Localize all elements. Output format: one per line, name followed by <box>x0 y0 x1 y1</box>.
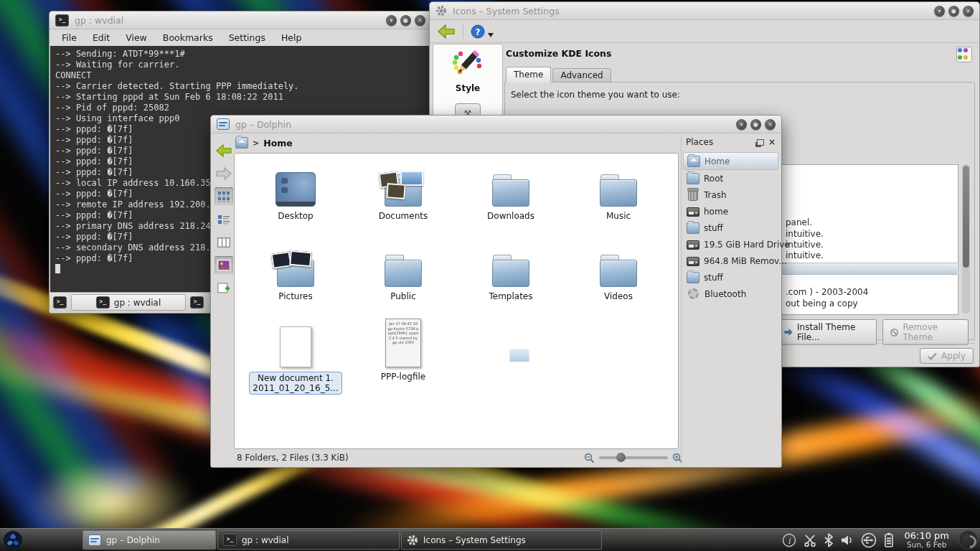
konsole-title: gp : wvdial <box>75 15 123 26</box>
panel-cashew-icon[interactable] <box>958 530 978 550</box>
theme-list-fragment: intuitive. <box>786 229 824 239</box>
dolphin-icon <box>217 118 230 130</box>
places-item-trash[interactable]: Trash <box>683 187 778 203</box>
places-item-home[interactable]: Home <box>683 152 778 170</box>
clipboard-scissors-icon[interactable] <box>803 533 817 547</box>
digital-clock[interactable]: 06:10 pm Sun, 6 Feb <box>904 531 949 550</box>
task-label: gp : wvdial <box>242 535 288 545</box>
maximize-button[interactable]: ● <box>400 15 411 26</box>
file-item-templates[interactable]: Templates <box>457 240 565 320</box>
folder-icon <box>385 260 422 287</box>
menu-view[interactable]: View <box>119 32 154 44</box>
file-item-pictures[interactable]: Pictures <box>242 240 349 320</box>
bluetooth-icon[interactable] <box>824 533 834 547</box>
apply-button[interactable]: Apply <box>920 348 974 364</box>
menu-settings[interactable]: Settings <box>222 32 272 44</box>
menu-edit[interactable]: Edit <box>86 32 116 44</box>
sidebar-item-style[interactable]: Style <box>433 44 502 93</box>
dolphin-titlebar[interactable]: gp – Dolphin ▾ ● ✕ <box>211 116 781 133</box>
task-button-system-settings[interactable]: Icons – System Settings <box>401 530 602 550</box>
menu-bookmarks[interactable]: Bookmarks <box>156 32 220 44</box>
places-item-hard-drive[interactable]: 19.5 GiB Hard Drive <box>683 236 778 253</box>
file-label-line: 2011_01_20_16_5... <box>253 383 338 393</box>
tab-advanced[interactable]: Advanced <box>552 68 611 83</box>
breadcrumb[interactable]: > Home <box>235 135 293 151</box>
places-item-label: stuff <box>704 223 723 233</box>
places-item-bluetooth[interactable]: Bluetooth <box>683 286 778 302</box>
menu-file[interactable]: File <box>55 32 83 44</box>
task-button-dolphin[interactable]: gp – Dolphin <box>83 530 216 550</box>
scrollbar[interactable] <box>962 164 970 314</box>
menu-help[interactable]: Help <box>275 32 308 44</box>
file-item-music[interactable]: Music <box>565 159 672 240</box>
close-button[interactable]: ✕ <box>415 15 425 26</box>
import-arrow-icon <box>784 328 793 336</box>
system-settings-titlebar[interactable]: Icons – System Settings ▾ ● ✕ <box>430 2 979 20</box>
system-tray: i <box>782 530 978 550</box>
preview-button[interactable] <box>215 256 233 274</box>
file-item-videos[interactable]: Videos <box>565 240 672 320</box>
details-view-button[interactable] <box>215 210 233 228</box>
file-item-new-document[interactable]: New document 1. 2011_01_20_16_5... <box>242 320 349 400</box>
konsole-tab[interactable]: >_ gp : wvdial <box>71 294 186 311</box>
maximize-button[interactable]: ● <box>948 6 959 17</box>
help-icon[interactable]: ? <box>471 24 485 39</box>
info-icon[interactable]: i <box>782 533 796 547</box>
theme-tabs: Theme Advanced <box>506 67 611 83</box>
columns-view-button[interactable] <box>215 233 233 251</box>
places-item-root[interactable]: Root <box>683 170 778 187</box>
minimize-button[interactable]: ▾ <box>736 119 747 130</box>
back-button[interactable] <box>437 24 456 39</box>
app-launcher-icon[interactable] <box>2 530 24 550</box>
places-item-home-partition[interactable]: home <box>683 203 778 220</box>
terminal-cursor <box>55 264 60 273</box>
close-button[interactable]: ✕ <box>963 6 974 17</box>
chevron-down-icon[interactable] <box>488 33 494 37</box>
minimize-button[interactable]: ▾ <box>386 15 397 26</box>
volume-icon[interactable] <box>840 534 854 547</box>
terminal-line: --> Starting pppd at Sun Feb 6 18:08:22 … <box>55 92 425 103</box>
places-item-label: Home <box>705 156 730 166</box>
float-panel-icon[interactable] <box>757 139 764 146</box>
places-item-stuff-2[interactable]: stuff <box>683 269 778 286</box>
install-theme-label: Install Theme File... <box>797 322 869 342</box>
file-item-documents[interactable]: Documents <box>349 159 457 240</box>
breadcrumb-home[interactable]: Home <box>263 138 293 149</box>
install-theme-button[interactable]: Install Theme File... <box>776 319 877 345</box>
device-notifier-usb-icon[interactable] <box>861 532 877 548</box>
maximize-button[interactable]: ● <box>750 119 761 130</box>
task-button-wvdial[interactable]: >_ gp : wvdial <box>217 530 400 550</box>
folder-view[interactable]: Desktop Documents Downloads Music <box>234 153 679 449</box>
file-item-downloads[interactable]: Downloads <box>457 159 565 240</box>
minimize-button[interactable]: ▾ <box>934 6 945 17</box>
file-item-desktop[interactable]: Desktop <box>242 159 349 240</box>
back-button[interactable] <box>215 141 233 159</box>
zoom-slider[interactable] <box>599 456 668 459</box>
breadcrumb-separator: > <box>253 138 259 148</box>
places-item-stuff[interactable]: stuff <box>683 220 778 236</box>
forward-button[interactable] <box>215 164 233 182</box>
close-button[interactable]: ✕ <box>765 119 776 130</box>
new-tab-button[interactable]: >_ <box>53 296 67 309</box>
icons-view-button[interactable] <box>215 187 233 205</box>
zoom-out-icon[interactable] <box>584 453 595 463</box>
file-label: Templates <box>489 291 532 301</box>
file-item-public[interactable]: Public <box>349 240 457 320</box>
select-theme-label: Select the icon theme you want to use: <box>511 90 680 100</box>
places-item-removable[interactable]: 964.8 MiB Remov... <box>683 253 778 269</box>
remove-theme-button[interactable]: Remove Theme <box>882 319 969 345</box>
theme-description-fragment: out being a copy <box>786 298 858 309</box>
split-view-button[interactable] <box>215 279 233 297</box>
konsole-titlebar[interactable]: >_ gp : wvdial ▾ ● ✕ <box>50 11 431 29</box>
module-help-icon[interactable] <box>956 47 972 62</box>
tab-list-button[interactable]: >_ <box>190 296 204 309</box>
zoom-slider-thumb[interactable] <box>616 453 626 462</box>
places-panel: Places × Home Root Trash <box>681 134 780 465</box>
places-item-label: Bluetooth <box>705 289 746 299</box>
close-panel-icon[interactable]: × <box>768 138 776 146</box>
tab-theme[interactable]: Theme <box>506 67 551 83</box>
task-label: Icons – System Settings <box>423 535 526 545</box>
battery-icon[interactable] <box>883 532 895 548</box>
scrollbar-thumb[interactable] <box>963 166 969 268</box>
file-item-ppp-logfile[interactable]: Jan 17 09:47:18 gp-Aspire-5738 pppd[1946… <box>349 320 457 400</box>
